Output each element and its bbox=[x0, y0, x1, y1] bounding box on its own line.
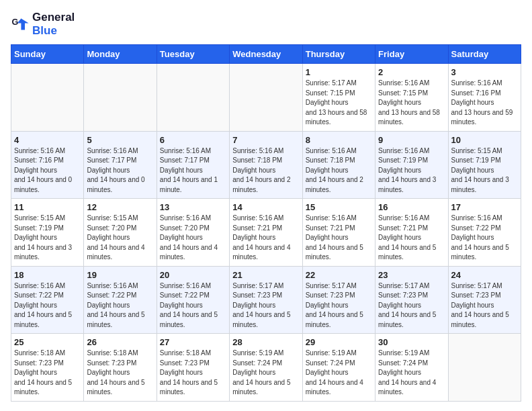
day-number: 27 bbox=[160, 337, 226, 347]
day-info: Sunrise: 5:18 AMSunset: 7:23 PMDaylight … bbox=[14, 349, 72, 396]
day-info: Sunrise: 5:15 AMSunset: 7:20 PMDaylight … bbox=[87, 214, 144, 261]
header-cell: Wednesday bbox=[230, 45, 302, 64]
day-info: Sunrise: 5:16 AMSunset: 7:18 PMDaylight … bbox=[232, 147, 290, 193]
day-number: 3 bbox=[451, 67, 518, 77]
day-number: 18 bbox=[14, 270, 81, 280]
table-row: 17Sunrise: 5:16 AMSunset: 7:22 PMDayligh… bbox=[448, 199, 521, 267]
day-number: 26 bbox=[87, 337, 153, 347]
table-row: 22Sunrise: 5:17 AMSunset: 7:23 PMDayligh… bbox=[302, 266, 375, 334]
table-row bbox=[230, 64, 302, 132]
day-number: 8 bbox=[306, 135, 372, 145]
svg-marker-1 bbox=[17, 19, 29, 30]
day-info: Sunrise: 5:16 AMSunset: 7:21 PMDaylight … bbox=[378, 214, 436, 261]
day-info: Sunrise: 5:19 AMSunset: 7:24 PMDaylight … bbox=[232, 349, 290, 396]
header-cell: Sunday bbox=[11, 45, 84, 64]
table-row: 7Sunrise: 5:16 AMSunset: 7:18 PMDaylight… bbox=[230, 131, 302, 199]
day-info: Sunrise: 5:16 AMSunset: 7:17 PMDaylight … bbox=[160, 147, 218, 193]
logo-icon: G bbox=[11, 15, 30, 34]
table-row: 27Sunrise: 5:18 AMSunset: 7:23 PMDayligh… bbox=[157, 334, 229, 402]
day-number: 14 bbox=[232, 202, 299, 212]
day-info: Sunrise: 5:18 AMSunset: 7:23 PMDaylight … bbox=[160, 349, 218, 396]
table-row bbox=[157, 64, 229, 132]
day-number: 6 bbox=[160, 135, 226, 145]
day-info: Sunrise: 5:16 AMSunset: 7:16 PMDaylight … bbox=[14, 147, 72, 193]
table-row: 14Sunrise: 5:16 AMSunset: 7:21 PMDayligh… bbox=[230, 199, 302, 267]
table-row: 29Sunrise: 5:19 AMSunset: 7:24 PMDayligh… bbox=[302, 334, 375, 402]
day-number: 7 bbox=[232, 135, 299, 145]
calendar-table: SundayMondayTuesdayWednesdayThursdayFrid… bbox=[11, 44, 521, 402]
table-row bbox=[84, 64, 157, 132]
day-number: 1 bbox=[306, 67, 372, 77]
day-number: 22 bbox=[306, 270, 372, 280]
day-number: 13 bbox=[160, 202, 226, 212]
week-row: 25Sunrise: 5:18 AMSunset: 7:23 PMDayligh… bbox=[11, 334, 521, 402]
day-number: 17 bbox=[451, 202, 518, 212]
day-info: Sunrise: 5:19 AMSunset: 7:24 PMDaylight … bbox=[306, 349, 363, 396]
table-row: 20Sunrise: 5:16 AMSunset: 7:22 PMDayligh… bbox=[157, 266, 229, 334]
day-info: Sunrise: 5:16 AMSunset: 7:22 PMDaylight … bbox=[87, 282, 144, 328]
day-number: 5 bbox=[87, 135, 153, 145]
table-row: 2Sunrise: 5:16 AMSunset: 7:15 PMDaylight… bbox=[375, 64, 448, 132]
day-info: Sunrise: 5:16 AMSunset: 7:22 PMDaylight … bbox=[160, 282, 218, 328]
day-info: Sunrise: 5:16 AMSunset: 7:21 PMDaylight … bbox=[232, 214, 290, 261]
day-info: Sunrise: 5:15 AMSunset: 7:19 PMDaylight … bbox=[14, 214, 72, 261]
table-row: 11Sunrise: 5:15 AMSunset: 7:19 PMDayligh… bbox=[11, 199, 84, 267]
day-number: 16 bbox=[378, 202, 445, 212]
header-row: SundayMondayTuesdayWednesdayThursdayFrid… bbox=[11, 45, 521, 64]
day-info: Sunrise: 5:16 AMSunset: 7:22 PMDaylight … bbox=[451, 214, 509, 261]
day-info: Sunrise: 5:17 AMSunset: 7:23 PMDaylight … bbox=[378, 282, 436, 328]
day-info: Sunrise: 5:18 AMSunset: 7:23 PMDaylight … bbox=[87, 349, 144, 396]
day-info: Sunrise: 5:16 AMSunset: 7:15 PMDaylight … bbox=[378, 79, 440, 126]
day-number: 21 bbox=[232, 270, 299, 280]
day-info: Sunrise: 5:17 AMSunset: 7:23 PMDaylight … bbox=[232, 282, 290, 328]
day-number: 12 bbox=[87, 202, 153, 212]
logo: G General Blue bbox=[11, 11, 75, 38]
day-number: 2 bbox=[378, 67, 445, 77]
day-info: Sunrise: 5:16 AMSunset: 7:21 PMDaylight … bbox=[306, 214, 363, 261]
day-info: Sunrise: 5:15 AMSunset: 7:19 PMDaylight … bbox=[451, 147, 509, 193]
day-info: Sunrise: 5:17 AMSunset: 7:23 PMDaylight … bbox=[306, 282, 363, 328]
table-row bbox=[11, 64, 84, 132]
day-info: Sunrise: 5:16 AMSunset: 7:19 PMDaylight … bbox=[378, 147, 436, 193]
table-row: 18Sunrise: 5:16 AMSunset: 7:22 PMDayligh… bbox=[11, 266, 84, 334]
day-info: Sunrise: 5:16 AMSunset: 7:16 PMDaylight … bbox=[451, 79, 513, 126]
table-row: 25Sunrise: 5:18 AMSunset: 7:23 PMDayligh… bbox=[11, 334, 84, 402]
week-row: 1Sunrise: 5:17 AMSunset: 7:15 PMDaylight… bbox=[11, 64, 521, 132]
week-row: 18Sunrise: 5:16 AMSunset: 7:22 PMDayligh… bbox=[11, 266, 521, 334]
day-number: 9 bbox=[378, 135, 445, 145]
logo-blue: Blue bbox=[32, 24, 57, 37]
header-cell: Monday bbox=[84, 45, 157, 64]
table-row: 16Sunrise: 5:16 AMSunset: 7:21 PMDayligh… bbox=[375, 199, 448, 267]
day-number: 23 bbox=[378, 270, 445, 280]
table-row: 28Sunrise: 5:19 AMSunset: 7:24 PMDayligh… bbox=[230, 334, 302, 402]
header-cell: Thursday bbox=[302, 45, 375, 64]
header-cell: Saturday bbox=[448, 45, 521, 64]
day-number: 15 bbox=[306, 202, 372, 212]
day-info: Sunrise: 5:17 AMSunset: 7:15 PMDaylight … bbox=[306, 79, 367, 126]
day-info: Sunrise: 5:16 AMSunset: 7:20 PMDaylight … bbox=[160, 214, 218, 261]
day-number: 10 bbox=[451, 135, 518, 145]
day-number: 11 bbox=[14, 202, 81, 212]
day-info: Sunrise: 5:16 AMSunset: 7:18 PMDaylight … bbox=[306, 147, 363, 193]
page-header: G General Blue bbox=[11, 11, 521, 38]
day-info: Sunrise: 5:16 AMSunset: 7:22 PMDaylight … bbox=[14, 282, 72, 328]
day-number: 28 bbox=[232, 337, 299, 347]
table-row bbox=[448, 334, 521, 402]
table-row: 12Sunrise: 5:15 AMSunset: 7:20 PMDayligh… bbox=[84, 199, 157, 267]
table-row: 13Sunrise: 5:16 AMSunset: 7:20 PMDayligh… bbox=[157, 199, 229, 267]
day-info: Sunrise: 5:17 AMSunset: 7:23 PMDaylight … bbox=[451, 282, 509, 328]
day-info: Sunrise: 5:16 AMSunset: 7:17 PMDaylight … bbox=[87, 147, 144, 193]
table-row: 10Sunrise: 5:15 AMSunset: 7:19 PMDayligh… bbox=[448, 131, 521, 199]
day-info: Sunrise: 5:19 AMSunset: 7:24 PMDaylight … bbox=[378, 349, 436, 396]
day-number: 25 bbox=[14, 337, 81, 347]
day-number: 30 bbox=[378, 337, 445, 347]
table-row: 24Sunrise: 5:17 AMSunset: 7:23 PMDayligh… bbox=[448, 266, 521, 334]
table-row: 8Sunrise: 5:16 AMSunset: 7:18 PMDaylight… bbox=[302, 131, 375, 199]
week-row: 4Sunrise: 5:16 AMSunset: 7:16 PMDaylight… bbox=[11, 131, 521, 199]
table-row: 3Sunrise: 5:16 AMSunset: 7:16 PMDaylight… bbox=[448, 64, 521, 132]
table-row: 5Sunrise: 5:16 AMSunset: 7:17 PMDaylight… bbox=[84, 131, 157, 199]
table-row: 4Sunrise: 5:16 AMSunset: 7:16 PMDaylight… bbox=[11, 131, 84, 199]
day-number: 4 bbox=[14, 135, 81, 145]
day-number: 29 bbox=[306, 337, 372, 347]
table-row: 30Sunrise: 5:19 AMSunset: 7:24 PMDayligh… bbox=[375, 334, 448, 402]
